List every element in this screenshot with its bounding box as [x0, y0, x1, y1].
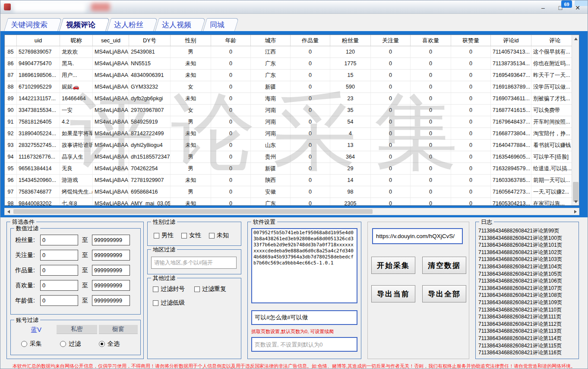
start-collect-button[interactable]: 开始采集: [371, 257, 415, 274]
table-cell: 0: [371, 198, 411, 206]
checkbox-female[interactable]: 女性: [181, 232, 201, 239]
radio-filter[interactable]: 过滤: [60, 340, 81, 348]
scroll-left-icon[interactable]: [5, 208, 12, 215]
blue-v-label[interactable]: 蓝V: [31, 326, 41, 334]
table-row[interactable]: 8867102995229妮妮🚗MS4wLjABAA...GYM33232女0新…: [5, 81, 579, 93]
min-value-input[interactable]: [40, 295, 78, 306]
max-value-input[interactable]: [92, 250, 130, 261]
keyword-input[interactable]: [251, 310, 357, 325]
radio-icon: [60, 341, 66, 347]
max-value-input[interactable]: [92, 295, 130, 306]
table-cell: 0: [411, 70, 451, 81]
table-row[interactable]: 9775836746877烤馄饨先生..(...MS4wLjABAA...695…: [5, 186, 579, 198]
checkbox-male[interactable]: 男性: [154, 232, 174, 239]
table-row[interactable]: 9898440083202七.年8MS4wLjABAA...AMY_mai_03…: [5, 198, 579, 206]
table-row[interactable]: 8694904775470黑马.MS4wLjABAA...NN5515未知0广东…: [5, 58, 579, 70]
column-header[interactable]: DY号: [129, 35, 171, 46]
table-cell: 用户...: [60, 70, 93, 81]
tab-influencer-fans[interactable]: 达人粉丝: [107, 18, 154, 31]
video-url-input[interactable]: [372, 228, 463, 244]
log-list[interactable]: 7113864346882608421评论第99页711386434688260…: [478, 227, 577, 357]
table-cell: 0: [211, 140, 251, 151]
table-row[interactable]: 8914422131157...16466464MS4wLjABAA...dyf…: [5, 93, 579, 105]
min-value-input[interactable]: [40, 265, 78, 276]
column-header[interactable]: 作品量: [291, 35, 330, 46]
license-textarea[interactable]: 007952f5b5b741eb1ef95068a8d1b95e4d03b8a4…: [251, 228, 357, 303]
column-header[interactable]: sec_uid: [93, 35, 129, 46]
table-cell: 18696198506...: [17, 70, 60, 81]
tab-same-city[interactable]: 同城: [203, 18, 235, 31]
scrollbar-thumb[interactable]: [13, 209, 373, 214]
min-value-input[interactable]: [40, 280, 78, 291]
tab-influencer-videos[interactable]: 达人视频: [155, 18, 202, 31]
column-header[interactable]: 评论id: [491, 35, 531, 46]
minimize-button[interactable]: –: [537, 3, 550, 13]
table-row[interactable]: 8552769839057龙欢欢MS4wLjABAA...25439081男0江…: [5, 46, 579, 58]
scroll-right-icon[interactable]: [572, 208, 579, 215]
filter-label: 喜欢量:: [15, 282, 40, 289]
radio-select-all[interactable]: 全选: [99, 340, 120, 348]
horizontal-scrollbar[interactable]: [4, 208, 579, 215]
tab-video-comments[interactable]: 视频评论: [59, 18, 106, 31]
column-header[interactable]: 获赞量: [451, 35, 491, 46]
tab-keyword-search[interactable]: 关键词搜索: [4, 18, 58, 31]
private-button[interactable]: 私密: [57, 325, 97, 334]
column-header[interactable]: 关注量: [371, 35, 411, 46]
table-cell: 0: [451, 46, 491, 57]
checkbox-icon: [181, 233, 187, 239]
min-value-input[interactable]: [40, 250, 78, 261]
log-line: 7113864346882608421评论第111页: [478, 313, 577, 321]
table-row[interactable]: 91758181264054.2MS4wLjABAA...584925919男0…: [5, 116, 579, 128]
table-cell: 0: [291, 116, 330, 127]
vertical-scrollbar[interactable]: [572, 35, 579, 205]
column-header[interactable]: 喜欢量: [411, 35, 451, 46]
table-cell: 0: [411, 151, 451, 162]
scroll-down-icon[interactable]: [572, 198, 579, 205]
checkbox-filter-duplicate[interactable]: 过滤重复: [194, 285, 226, 293]
table-row[interactable]: 8718696198506...用户...MS4wLjABAA...483409…: [5, 70, 579, 81]
max-value-input[interactable]: [92, 265, 130, 276]
clear-data-button[interactable]: 清空数据: [422, 257, 466, 274]
table-cell: 黑马.: [60, 58, 93, 69]
max-value-input[interactable]: [92, 280, 130, 291]
table-cell: 0: [411, 93, 451, 104]
table-row[interactable]: 9328327552745...故事讲给谁听MS4wLjABAA...dyhl2…: [5, 140, 579, 151]
column-header[interactable]: 昵称: [60, 35, 93, 46]
export-all-button[interactable]: 导出全部: [422, 285, 466, 302]
table-cell: 67102995229: [17, 81, 60, 92]
column-header[interactable]: 粉丝量: [330, 35, 371, 46]
checkbox-filter-banned[interactable]: 过滤封号: [153, 285, 185, 293]
radio-collect[interactable]: 采集: [21, 340, 42, 348]
column-header[interactable]: 性别: [171, 35, 211, 46]
column-header[interactable]: uid: [17, 35, 60, 46]
table-cell: 0: [371, 116, 411, 127]
column-header[interactable]: 城市: [251, 35, 291, 46]
scroll-up-icon[interactable]: [572, 35, 579, 42]
pages-input[interactable]: [251, 337, 357, 352]
table-cell: 0: [211, 93, 251, 104]
table-cell: 75818126405: [17, 116, 60, 127]
table-row[interactable]: 9615434520960...游游戏MS4wLjABAA...72781929…: [5, 175, 579, 186]
max-value-input[interactable]: [92, 235, 130, 245]
export-current-button[interactable]: 导出当前: [371, 285, 415, 302]
region-input[interactable]: [151, 257, 237, 269]
min-value-input[interactable]: [40, 235, 78, 245]
table-cell: MS4wLjABAA...: [93, 140, 129, 151]
table-corner[interactable]: [5, 35, 17, 46]
showcase-button[interactable]: 橱窗: [99, 325, 138, 334]
table-row[interactable]: 9033473815534...一安MS4wLjABAA...297039678…: [5, 105, 579, 116]
table-cell: MS4wLjABAA...: [93, 93, 129, 104]
table-row[interactable]: 9231890405224...如果是宇将军...MS4wLjABAA...87…: [5, 128, 579, 140]
log-line: 7113864346882608421评论第108页: [478, 292, 577, 299]
table-cell: 广东: [251, 70, 291, 81]
row-number: 94: [5, 151, 17, 162]
table-cell: 94904775470: [17, 58, 60, 69]
table-cell: 704262254: [129, 163, 171, 174]
table-cell: 安徽: [251, 186, 291, 197]
checkbox-filter-lowlevel[interactable]: 过滤低级: [153, 299, 185, 307]
tab-label: 达人视频: [162, 20, 191, 30]
table-row[interactable]: 9596561384414无良MS4wLjABAA...704262254男0新…: [5, 163, 579, 175]
column-header[interactable]: 年龄: [211, 35, 251, 46]
table-row[interactable]: 9411167326776...品享人生MS4wLjABAA...dh15185…: [5, 151, 579, 163]
checkbox-unknown[interactable]: 未知: [209, 232, 229, 239]
